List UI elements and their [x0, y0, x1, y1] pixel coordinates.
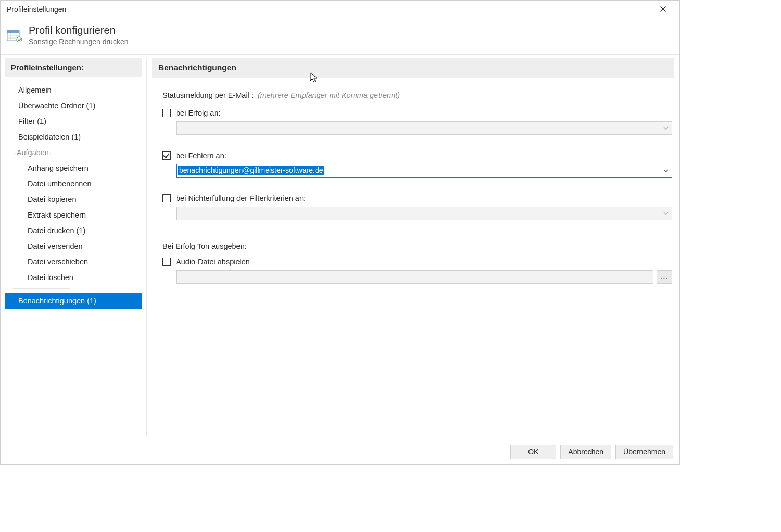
sidebar-item-drucken[interactable]: Datei drucken (1): [5, 223, 142, 238]
checkbox-filter-label[interactable]: bei Nichterfüllung der Filterkriterien a…: [176, 194, 306, 202]
sidebar-item-kopieren[interactable]: Datei kopieren: [5, 192, 142, 207]
sidebar-item-umbenennen[interactable]: Datei umbenennen: [5, 176, 142, 192]
input-error[interactable]: [176, 164, 672, 178]
profile-icon: [7, 29, 22, 42]
content: Benachrichtigungen Statusmeldung per E-M…: [147, 55, 679, 439]
sound-section-label: Bei Erfolg Ton ausgeben:: [162, 242, 247, 250]
body: Profileinstellungen: Allgemein Überwacht…: [1, 54, 679, 439]
chevron-down-icon[interactable]: [660, 207, 672, 220]
sidebar-item-beispieldateien[interactable]: Beispieldateien (1): [5, 129, 142, 145]
header: Profil konfigurieren Sonstige Rechnungen…: [1, 18, 679, 54]
svg-rect-1: [7, 30, 19, 33]
sidebar-item-versenden[interactable]: Datei versenden: [5, 238, 142, 254]
sidebar-item-verschieben[interactable]: Datei verschieben: [5, 254, 142, 270]
sidebar-item-loeschen[interactable]: Datei löschen: [5, 270, 142, 285]
field-sound: Audio-Datei abspielen ...: [152, 254, 674, 296]
combo-error[interactable]: benachrichtigungen@gillmeister-software.…: [176, 164, 672, 178]
checkbox-error-label[interactable]: bei Fehlern an:: [176, 151, 226, 160]
sidebar-item-anhang[interactable]: Anhang speichern: [5, 160, 142, 176]
header-title: Profil konfigurieren: [29, 24, 128, 36]
chevron-down-icon[interactable]: [660, 122, 672, 134]
cancel-button[interactable]: Abbrechen: [560, 445, 611, 459]
browse-button[interactable]: ...: [657, 270, 672, 284]
field-error: bei Fehlern an: benachrichtigungen@gillm…: [152, 147, 674, 190]
window: Profileinstellungen Profil konfigurieren…: [0, 0, 680, 465]
combo-filter[interactable]: [176, 207, 672, 220]
combo-success[interactable]: [176, 121, 672, 135]
window-title: Profileinstellungen: [7, 5, 66, 14]
checkbox-filter[interactable]: [162, 194, 171, 202]
field-success: bei Erfolg an:: [152, 105, 674, 147]
ok-button[interactable]: OK: [510, 445, 556, 459]
sidebar-header: Profileinstellungen:: [5, 58, 142, 77]
email-section-row: Statusmeldung per E-Mail : (mehrere Empf…: [152, 89, 674, 105]
close-button[interactable]: [652, 2, 673, 17]
apply-button[interactable]: Übernehmen: [615, 445, 673, 459]
input-filter[interactable]: [176, 207, 672, 220]
sidebar-item-extrakt[interactable]: Extrakt speichern: [5, 207, 142, 223]
footer: OK Abbrechen Übernehmen: [1, 439, 679, 464]
content-header: Benachrichtigungen: [152, 58, 674, 78]
header-text: Profil konfigurieren Sonstige Rechnungen…: [29, 24, 128, 46]
sidebar-item-filter[interactable]: Filter (1): [5, 113, 142, 129]
sidebar-divider: [13, 288, 70, 289]
checkbox-success[interactable]: [162, 109, 171, 117]
sidebar: Profileinstellungen: Allgemein Überwacht…: [1, 55, 146, 439]
email-section-hint: (mehrere Empfänger mit Komma getrennt): [258, 91, 400, 99]
header-subtitle: Sonstige Rechnungen drucken: [29, 37, 128, 46]
checkbox-audio-label[interactable]: Audio-Datei abspielen: [176, 258, 250, 266]
field-filter: bei Nichterfüllung der Filterkriterien a…: [152, 190, 674, 240]
sidebar-item-ueberwachte[interactable]: Überwachte Ordner (1): [5, 98, 142, 113]
sound-section-row: Bei Erfolg Ton ausgeben:: [152, 240, 674, 254]
sidebar-item-benachrichtigungen[interactable]: Benachrichtigungen (1): [5, 293, 142, 309]
input-audio-path[interactable]: [176, 270, 653, 284]
email-section-label: Statusmeldung per E-Mail :: [162, 91, 254, 99]
close-icon: [660, 6, 666, 12]
checkbox-success-label[interactable]: bei Erfolg an:: [176, 109, 220, 117]
checkbox-error[interactable]: [162, 151, 171, 160]
svg-point-5: [17, 37, 22, 42]
checkbox-audio[interactable]: [162, 258, 171, 266]
chevron-down-icon[interactable]: [660, 164, 672, 177]
titlebar: Profileinstellungen: [1, 1, 679, 18]
input-success[interactable]: [176, 121, 672, 135]
sidebar-item-allgemein[interactable]: Allgemein: [5, 82, 142, 98]
sidebar-section-aufgaben: -Aufgaben-: [5, 145, 142, 160]
